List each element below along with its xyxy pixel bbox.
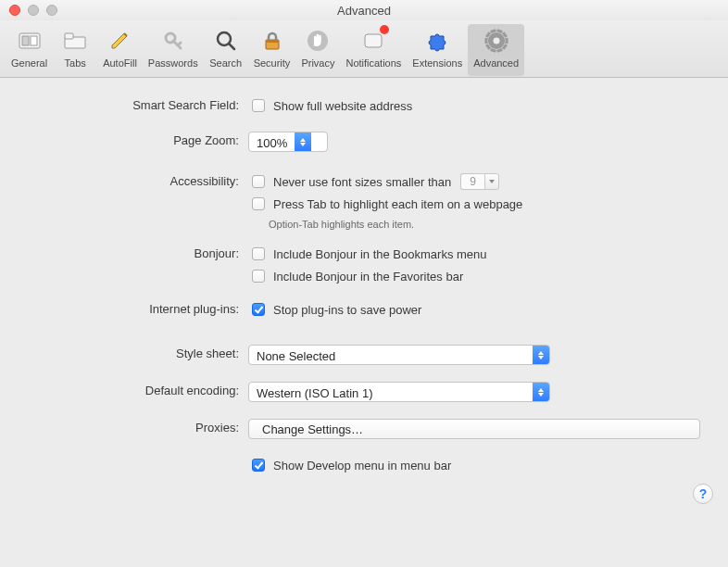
stylesheet-select[interactable]: None Selected xyxy=(248,345,550,365)
bonjour-favorites-checkbox[interactable] xyxy=(252,270,265,283)
select-arrows-icon xyxy=(533,383,549,401)
select-arrows-icon xyxy=(533,346,549,364)
toolbar-tab-label: AutoFill xyxy=(103,57,137,69)
stylesheet-label: Style sheet: xyxy=(28,345,248,360)
badge-icon xyxy=(358,26,388,56)
proxies-label: Proxies: xyxy=(28,419,248,435)
stop-plugins-label: Stop plug-ins to save power xyxy=(273,303,421,317)
toolbar-tab-autofill[interactable]: AutoFill xyxy=(97,24,143,76)
min-font-size-input[interactable] xyxy=(460,173,484,190)
show-develop-checkbox[interactable] xyxy=(252,459,265,472)
titlebar: Advanced xyxy=(0,0,728,20)
svg-rect-2 xyxy=(31,36,37,45)
page-zoom-select[interactable]: 100% xyxy=(248,132,328,152)
svg-rect-13 xyxy=(505,38,508,44)
toolbar-tab-search[interactable]: Search xyxy=(204,24,248,76)
stepper-icon[interactable] xyxy=(484,173,499,190)
toolbar-tab-extensions[interactable]: Extensions xyxy=(407,24,468,76)
never-smaller-checkbox[interactable] xyxy=(252,175,265,188)
toolbar-tab-security[interactable]: Security xyxy=(248,24,296,76)
puzzle-icon xyxy=(422,26,452,56)
toolbar-tab-tabs[interactable]: Tabs xyxy=(53,24,97,76)
accessibility-hint: Option-Tab highlights each item. xyxy=(248,219,700,230)
toolbar-tab-privacy[interactable]: Privacy xyxy=(295,24,340,76)
svg-rect-18 xyxy=(484,38,487,44)
press-tab-label: Press Tab to highlight each item on a we… xyxy=(273,197,522,211)
toolbar-tab-label: Advanced xyxy=(473,57,519,69)
zoom-button[interactable] xyxy=(46,5,57,16)
press-tab-checkbox[interactable] xyxy=(252,197,265,210)
gear-icon xyxy=(482,26,511,56)
toolbar-tab-general[interactable]: General xyxy=(6,24,53,76)
smart-search-label: Smart Search Field: xyxy=(28,96,248,112)
encoding-label: Default encoding: xyxy=(28,382,248,397)
show-full-address-label: Show full website address xyxy=(273,99,412,113)
toolbar-tab-label: Passwords xyxy=(148,57,198,69)
change-settings-button[interactable]: Change Settings… xyxy=(248,419,700,439)
min-font-size-field[interactable] xyxy=(460,173,499,190)
key-icon xyxy=(158,26,188,56)
window-title: Advanced xyxy=(0,4,728,18)
encoding-select[interactable]: Western (ISO Latin 1) xyxy=(248,382,550,402)
page-zoom-label: Page Zoom: xyxy=(28,132,248,147)
traffic-lights xyxy=(0,5,57,16)
stop-plugins-checkbox[interactable] xyxy=(252,303,265,316)
magnifier-icon xyxy=(211,26,241,56)
hand-icon xyxy=(303,26,333,56)
minimize-button[interactable] xyxy=(28,5,39,16)
pencil-icon xyxy=(105,26,134,56)
select-arrows-icon xyxy=(295,132,311,151)
tabs-icon xyxy=(60,26,90,56)
toolbar-tab-label: Extensions xyxy=(412,57,462,69)
bonjour-label: Bonjour: xyxy=(28,245,248,260)
bonjour-bookmarks-label: Include Bonjour in the Bookmarks menu xyxy=(273,247,487,261)
svg-rect-4 xyxy=(65,33,73,39)
bonjour-bookmarks-checkbox[interactable] xyxy=(252,247,265,260)
prefs-content: Smart Search Field: Show full website ad… xyxy=(0,78,728,506)
toolbar-tab-label: Privacy xyxy=(301,57,334,69)
toolbar-tab-label: Security xyxy=(254,57,291,69)
lock-icon xyxy=(257,26,287,56)
notification-dot-icon xyxy=(380,25,389,34)
svg-rect-8 xyxy=(266,40,279,43)
show-full-address-checkbox[interactable] xyxy=(252,99,265,112)
svg-rect-10 xyxy=(365,34,382,47)
switch-icon xyxy=(15,26,44,56)
toolbar-tab-label: Tabs xyxy=(65,57,86,69)
svg-point-12 xyxy=(493,38,499,44)
plugins-label: Internet plug-ins: xyxy=(28,300,248,316)
toolbar-tab-label: Notifications xyxy=(345,57,401,69)
toolbar-tab-label: General xyxy=(11,57,47,69)
toolbar-tab-passwords[interactable]: Passwords xyxy=(143,24,204,76)
accessibility-label: Accessibility: xyxy=(28,172,248,188)
svg-rect-1 xyxy=(22,36,29,45)
close-button[interactable] xyxy=(9,5,20,16)
toolbar-tab-notifications[interactable]: Notifications xyxy=(340,24,407,76)
prefs-toolbar: GeneralTabsAutoFillPasswordsSearchSecuri… xyxy=(0,20,728,78)
toolbar-tab-advanced[interactable]: Advanced xyxy=(468,24,524,76)
help-button[interactable]: ? xyxy=(693,484,713,504)
toolbar-tab-label: Search xyxy=(209,57,242,69)
show-develop-label: Show Develop menu in menu bar xyxy=(273,459,451,472)
bonjour-favorites-label: Include Bonjour in the Favorites bar xyxy=(273,270,463,284)
never-smaller-label: Never use font sizes smaller than xyxy=(273,175,451,189)
